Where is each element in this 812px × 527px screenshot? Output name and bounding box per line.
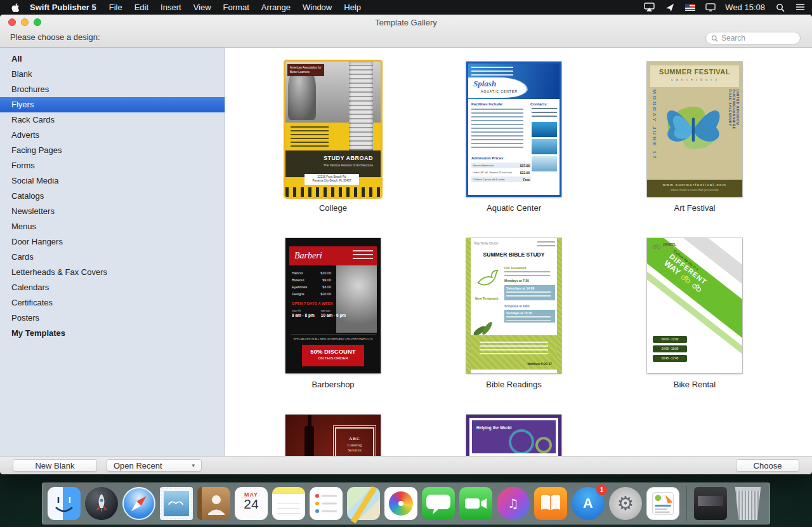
- barber-discount-block: 50% DISCOUNT ON THIS ORDER: [302, 345, 364, 366]
- dock-finder-icon[interactable]: [48, 487, 81, 520]
- spotlight-icon[interactable]: [775, 3, 785, 12]
- sidebar-item-door-hangers[interactable]: Door Hangers: [0, 234, 225, 250]
- helping-thumbnail[interactable]: Helping the World: [466, 415, 561, 456]
- menu-format[interactable]: Format: [223, 3, 249, 12]
- catering-thumbnail[interactable]: ABC Catering Services: [285, 415, 381, 456]
- notification-center-icon[interactable]: [795, 3, 806, 12]
- bike-logo: 2WHEEL WONDER: [652, 243, 676, 250]
- bike-thumbnail[interactable]: Explore the city in a DIFFERENT WAY 2WHE…: [647, 238, 742, 373]
- dock-maps-icon[interactable]: [347, 487, 380, 520]
- facilities-heading: Facilities Include:: [471, 102, 503, 106]
- dock-photos-icon[interactable]: [384, 487, 417, 520]
- template-bible-readings[interactable]: Holy Trinity Church SUMMER BIBLE STUDY O…: [466, 238, 561, 389]
- displays-icon[interactable]: [705, 3, 716, 12]
- sidebar-item-facing-pages[interactable]: Facing Pages: [0, 143, 225, 158]
- sidebar-item-adverts[interactable]: Adverts: [0, 128, 225, 143]
- menu-insert[interactable]: Insert: [160, 3, 181, 12]
- app-menu-title[interactable]: Swift Publisher 5: [30, 3, 96, 12]
- menu-window[interactable]: Window: [303, 3, 332, 12]
- barber-header-band: Barberi: [289, 246, 377, 265]
- close-window-button[interactable]: [8, 18, 16, 26]
- sidebar-item-letterheads[interactable]: Letterheads & Fax Covers: [0, 265, 225, 280]
- dock-messages-icon[interactable]: [422, 487, 455, 520]
- dock-itunes-icon[interactable]: ♫: [497, 487, 530, 520]
- apple-menu-icon[interactable]: [11, 3, 21, 12]
- sidebar-item-all[interactable]: All: [0, 51, 225, 67]
- sidebar-item-blank[interactable]: Blank: [0, 67, 225, 82]
- dock-launchpad-icon[interactable]: [85, 487, 118, 520]
- barber-brand: Barberi: [289, 246, 353, 265]
- template-art-festival[interactable]: SUMMER FESTIVAL c a n t e r b u r y MOND…: [647, 62, 742, 213]
- title-bar[interactable]: Template Gallery: [0, 15, 812, 30]
- template-college[interactable]: American Association for Better Learners…: [285, 62, 381, 213]
- helping-header: Helping the World: [472, 420, 556, 453]
- menu-file[interactable]: File: [109, 3, 122, 12]
- sidebar-item-brochures[interactable]: Brochures: [0, 82, 225, 97]
- art-festival-thumbnail[interactable]: SUMMER FESTIVAL c a n t e r b u r y MOND…: [647, 62, 742, 197]
- menu-view[interactable]: View: [193, 3, 211, 12]
- college-bullet-text-lines: [291, 126, 329, 148]
- dock-facetime-icon[interactable]: [459, 487, 492, 520]
- template-label: College: [273, 203, 393, 213]
- sidebar-item-cards[interactable]: Cards: [0, 250, 225, 265]
- dock-safari-icon[interactable]: [122, 487, 155, 520]
- college-thumbnail[interactable]: American Association for Better Learners…: [285, 62, 381, 197]
- sidebar-item-newsletters[interactable]: Newsletters: [0, 204, 225, 219]
- template-aquatic-center[interactable]: Splash AQUATIC CENTER Contacts: Faciliti…: [466, 62, 561, 213]
- dock-notes-icon[interactable]: [272, 487, 305, 520]
- sidebar-item-my-templates[interactable]: My Templates: [0, 326, 225, 341]
- pool-photo: [532, 122, 557, 137]
- section-scripture-film: Scripture in Film: [504, 304, 529, 308]
- dock-minimized-window-thumbnail[interactable]: [694, 487, 727, 520]
- menu-clock[interactable]: Wed 15:08: [725, 3, 765, 12]
- template-bike-rental[interactable]: Explore the city in a DIFFERENT WAY 2WHE…: [647, 238, 742, 389]
- zoom-window-button[interactable]: [34, 18, 41, 26]
- sidebar-item-menus[interactable]: Menus: [0, 219, 225, 234]
- template-catering[interactable]: ABC Catering Services: [285, 415, 381, 456]
- gallery-toolbar: Please choose a design:: [0, 30, 812, 48]
- bible-thumbnail[interactable]: Holy Trinity Church SUMMER BIBLE STUDY O…: [466, 238, 561, 373]
- sidebar-item-calendars[interactable]: Calendars: [0, 280, 225, 295]
- keyboard-flag-icon[interactable]: [684, 3, 695, 12]
- dock-app-store-icon[interactable]: A 1: [572, 487, 605, 520]
- sidebar-item-certificates[interactable]: Certificates: [0, 295, 225, 310]
- open-recent-dropdown[interactable]: Open Recent ▾: [107, 459, 202, 472]
- dock-calendar-icon[interactable]: MAY 24: [235, 487, 268, 520]
- wine-bottle-graphic: [304, 426, 314, 456]
- search-field[interactable]: [705, 32, 801, 44]
- barbershop-thumbnail[interactable]: Barberi Haircut$10.00 Blowout$9.00 Eyebr…: [285, 238, 381, 373]
- template-label: Bike Rental: [634, 380, 755, 389]
- aquatic-wave-graphic: Splash AQUATIC CENTER: [468, 77, 527, 98]
- sidebar-item-rack-cards[interactable]: Rack Cards: [0, 112, 225, 128]
- swimmer-photo: [532, 139, 557, 154]
- template-barbershop[interactable]: Barberi Haircut$10.00 Blowout$9.00 Eyebr…: [285, 238, 381, 389]
- sidebar-item-posters[interactable]: Posters: [0, 310, 225, 326]
- sidebar-item-forms[interactable]: Forms: [0, 158, 225, 173]
- time-mondays: Mondays at 7:30: [504, 279, 529, 283]
- sidebar-item-social-media[interactable]: Social Media: [0, 173, 225, 189]
- dock-reminders-icon[interactable]: [310, 487, 343, 520]
- price-row: Children 2 years old & underFree: [471, 177, 531, 182]
- dock-postage-stamp-app-icon[interactable]: [160, 487, 193, 520]
- menu-bar: Swift Publisher 5 File Edit Insert View …: [0, 0, 812, 15]
- sidebar-item-catalogs[interactable]: Catalogs: [0, 189, 225, 204]
- menu-arrange[interactable]: Arrange: [261, 3, 291, 12]
- sidebar-item-flyers[interactable]: Flyers: [0, 97, 225, 112]
- dock-ibooks-icon[interactable]: [534, 487, 567, 520]
- window-title: Template Gallery: [0, 15, 812, 30]
- menu-edit[interactable]: Edit: [134, 3, 148, 12]
- new-blank-button[interactable]: New Blank: [13, 459, 97, 472]
- choose-button[interactable]: Choose: [736, 459, 799, 472]
- location-arrow-icon[interactable]: [664, 3, 675, 12]
- dock-trash-icon[interactable]: [733, 487, 763, 520]
- chevron-down-icon: ▾: [192, 462, 195, 469]
- template-helping-world[interactable]: Helping the World: [466, 415, 561, 456]
- menu-help[interactable]: Help: [344, 3, 361, 12]
- dock-swift-publisher-icon[interactable]: [646, 487, 679, 520]
- dock-contacts-icon[interactable]: [197, 487, 230, 520]
- minimize-window-button[interactable]: [21, 18, 29, 26]
- aquatic-thumbnail[interactable]: Splash AQUATIC CENTER Contacts: Faciliti…: [466, 62, 561, 197]
- search-input[interactable]: [721, 34, 795, 43]
- airplay-icon[interactable]: [644, 3, 655, 12]
- dock-system-preferences-icon[interactable]: ⚙: [609, 487, 642, 520]
